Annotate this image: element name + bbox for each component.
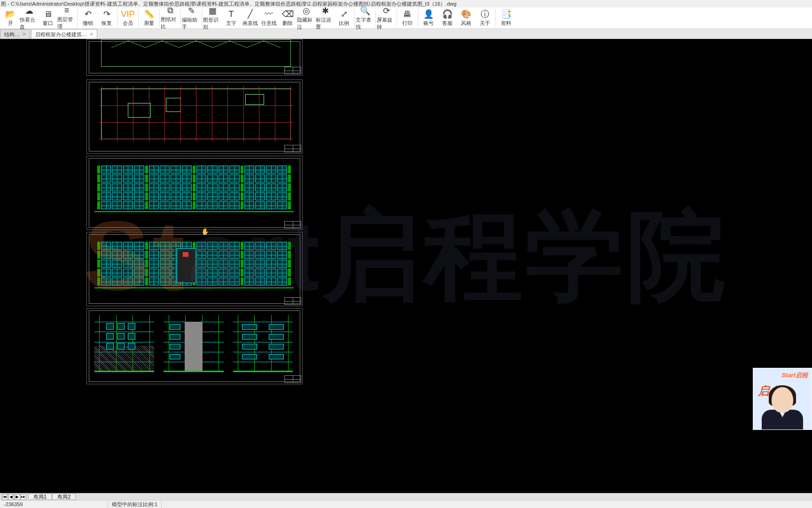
图纸对比-icon: ⧉ — [165, 6, 175, 16]
drawing-sheet-3 — [86, 156, 303, 230]
开-icon: 📂 — [5, 9, 16, 19]
tool-撤销[interactable]: ↶撤销 — [78, 8, 97, 28]
标注设置-icon: ✱ — [320, 6, 330, 16]
tool-文字[interactable]: T文字 — [222, 8, 241, 28]
tool-标注设置[interactable]: ✱标注设置 — [316, 8, 335, 28]
layout-tab-bar: ⏮ ◀ ▶ ⏭ 布局1布局2 — [0, 493, 812, 500]
tool-删除[interactable]: ⌫删除 — [278, 8, 297, 28]
资料-icon: 📑 — [501, 9, 511, 19]
比例-icon: ⤢ — [339, 9, 349, 19]
tool-比例[interactable]: ⤢比例 — [335, 8, 353, 28]
tool-快看云盘[interactable]: ☁快看云盘 — [20, 8, 39, 28]
nav-last-button[interactable]: ⏭ — [20, 494, 26, 500]
video-brand: Start启程 — [781, 371, 808, 380]
layout-tab[interactable]: 布局2 — [52, 493, 76, 500]
会员-icon: VIP — [123, 9, 133, 19]
tool-编辑助手[interactable]: ✎编辑助手 — [182, 8, 201, 28]
风格-icon: 🎨 — [461, 9, 471, 19]
tool-测量[interactable]: 📏测量 — [140, 8, 158, 28]
tool-画直线[interactable]: ╱画直线 — [241, 8, 259, 28]
tool-图形识别[interactable]: ▦图形识别 — [203, 8, 222, 28]
presenter-video: Start启程 启 学 — [753, 368, 812, 430]
presenter — [761, 387, 804, 429]
tool-图层管理[interactable]: ≡图层管理 — [57, 8, 76, 28]
tool-关于[interactable]: ⓘ关于 — [476, 8, 494, 28]
账号-icon: 👤 — [423, 9, 434, 19]
文字查找-icon: 🔍 — [360, 6, 370, 16]
tool-恢复[interactable]: ↷恢复 — [97, 8, 116, 28]
测量-icon: 📏 — [144, 9, 154, 19]
tool-窗口[interactable]: 🖥窗口 — [39, 8, 57, 28]
tool-账号[interactable]: 👤账号 — [419, 8, 438, 28]
close-icon[interactable]: × — [90, 30, 93, 39]
doc-tab[interactable]: 结构…× — [0, 29, 30, 39]
编辑助手-icon: ✎ — [186, 6, 196, 16]
文字-icon: T — [226, 9, 236, 19]
客服-icon: 🎧 — [442, 9, 453, 19]
tool-打印[interactable]: 🖶打印 — [398, 8, 417, 28]
nav-next-button[interactable]: ▶ — [14, 494, 20, 500]
恢复-icon: ↷ — [102, 9, 112, 19]
nav-first-button[interactable]: ⏮ — [2, 494, 8, 500]
status-scale: 模型中的标注比例:1 — [108, 500, 162, 508]
tool-任意线[interactable]: 〰任意线 — [259, 8, 278, 28]
nav-prev-button[interactable]: ◀ — [8, 494, 14, 500]
图形识别-icon: ▦ — [207, 6, 218, 16]
撤销-icon: ↶ — [83, 9, 93, 19]
tool-资料[interactable]: 📑资料 — [497, 8, 515, 28]
打印-icon: 🖶 — [402, 9, 413, 19]
status-bar: -236359 模型中的标注比例:1 — [0, 500, 812, 508]
drawing-canvas[interactable]: Start启程学院 — [0, 39, 812, 493]
drawing-sheet-1 — [86, 39, 303, 76]
layout-nav: ⏮ ◀ ▶ ⏭ — [2, 494, 26, 500]
tool-会员[interactable]: VIP会员 — [118, 8, 137, 28]
关于-icon: ⓘ — [480, 9, 490, 19]
tool-客服[interactable]: 🎧客服 — [438, 8, 457, 28]
tool-风格[interactable]: 🎨风格 — [457, 8, 476, 28]
tool-隐藏标注[interactable]: ◎隐藏标注 — [297, 8, 316, 28]
close-icon[interactable]: × — [23, 30, 26, 39]
cursor-icon: ✋ — [201, 228, 209, 235]
doc-tab[interactable]: 启程框架办公楼建筑…× — [31, 29, 97, 39]
toolbar: 📂开☁快看云盘🖥窗口≡图层管理↶撤销↷恢复VIP会员📏测量⧉图纸对比✎编辑助手▦… — [0, 8, 812, 29]
隐藏标注-icon: ◎ — [301, 6, 312, 16]
图层管理-icon: ≡ — [62, 6, 72, 16]
doc-tab-bar: 结构…×启程框架办公楼建筑…× — [0, 29, 812, 39]
drawing-sheet-2 — [86, 79, 303, 154]
删除-icon: ⌫ — [282, 9, 293, 19]
任意线-icon: 〰 — [264, 9, 274, 19]
title-bar: 图 - C:\Users\Administrator\Desktop\授课资料-… — [0, 0, 812, 8]
drawing-sheet-5 — [86, 308, 303, 384]
窗口-icon: 🖥 — [43, 9, 53, 19]
layout-tab[interactable]: 布局1 — [28, 493, 52, 500]
drawing-sheet-4 — [86, 232, 303, 306]
画直线-icon: ╱ — [245, 9, 255, 19]
tool-屏幕旋转[interactable]: ⟳屏幕旋转 — [377, 8, 396, 28]
屏幕旋转-icon: ⟳ — [381, 6, 391, 16]
status-coords: -236359 — [0, 500, 108, 508]
tool-图纸对比[interactable]: ⧉图纸对比 — [161, 8, 180, 28]
tool-文字查找[interactable]: 🔍文字查找 — [356, 8, 375, 28]
tool-开[interactable]: 📂开 — [1, 8, 20, 28]
快看云盘-icon: ☁ — [24, 6, 34, 16]
